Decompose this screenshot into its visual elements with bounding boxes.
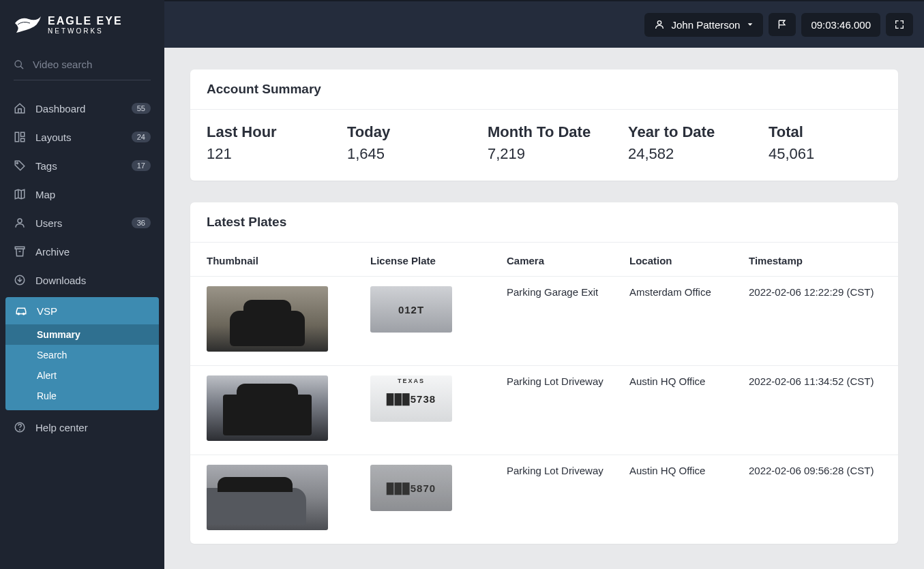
stat-today: Today 1,645 <box>347 123 460 163</box>
plate-text: ███5870 <box>387 482 436 494</box>
sidebar-badge: 24 <box>132 132 151 142</box>
stat-label: Last Hour <box>207 123 320 141</box>
svg-point-15 <box>657 21 661 25</box>
vehicle-thumbnail <box>207 375 328 441</box>
cell-camera: Parking Lot Driveway <box>507 465 629 530</box>
license-plate-thumbnail: 012T <box>370 286 452 333</box>
latest-plates-card: Latest Plates Thumbnail License Plate Ca… <box>190 202 898 544</box>
sidebar-badge: 36 <box>132 217 151 228</box>
col-timestamp: Timestamp <box>749 255 882 266</box>
stat-value: 121 <box>207 145 320 163</box>
license-plate-thumbnail: TEXAS███5738 <box>370 375 452 422</box>
user-icon <box>14 217 26 229</box>
cell-timestamp: 2022-02-06 09:56:28 (CST) <box>749 465 882 530</box>
help-icon <box>14 421 26 433</box>
plate-region: TEXAS <box>398 378 425 384</box>
sidebar-item-label: Help center <box>35 422 88 433</box>
stat-value: 1,645 <box>347 145 460 163</box>
license-plate-thumbnail: ███5870 <box>370 465 452 511</box>
sidebar-item-help[interactable]: Help center <box>0 413 164 442</box>
cell-location: Austin HQ Office <box>629 465 749 530</box>
sidebar-item-label: Map <box>35 189 55 200</box>
sidebar-badge: 55 <box>132 103 151 114</box>
svg-point-8 <box>18 219 22 223</box>
sidebar-item-label: Archive <box>35 246 70 258</box>
svg-rect-4 <box>21 138 25 142</box>
svg-rect-3 <box>21 132 25 136</box>
sidebar-item-downloads[interactable]: Downloads <box>0 266 164 294</box>
sidebar-sub-alert[interactable]: Alert <box>5 365 159 386</box>
user-icon <box>654 19 665 30</box>
sidebar-item-dashboard[interactable]: Dashboard 55 <box>0 94 164 123</box>
table-header: Thumbnail License Plate Camera Location … <box>190 243 898 276</box>
archive-icon <box>14 245 26 258</box>
search-icon <box>14 59 25 70</box>
sidebar-item-archive[interactable]: Archive <box>0 237 164 266</box>
sidebar-sub-rule[interactable]: Rule <box>5 386 159 406</box>
time-display: 09:03:46.000 <box>801 13 880 37</box>
eagle-icon <box>14 12 42 37</box>
map-icon <box>14 188 26 200</box>
svg-line-1 <box>20 66 23 69</box>
layouts-icon <box>14 131 26 143</box>
user-name: John Patterson <box>672 19 741 31</box>
expand-icon <box>894 19 905 30</box>
table-row[interactable]: 012T Parking Garage Exit Amsterdam Offic… <box>190 276 898 365</box>
stat-total: Total 45,061 <box>769 123 882 163</box>
sidebar-item-vsp[interactable]: VSP <box>5 297 159 324</box>
stat-label: Total <box>769 123 882 141</box>
stat-value: 7,219 <box>488 145 601 163</box>
sidebar-item-label: Tags <box>35 160 57 172</box>
sidebar-badge: 17 <box>132 160 151 171</box>
home-icon <box>14 102 26 114</box>
sidebar-group-vsp: VSP Summary Search Alert Rule <box>5 297 159 410</box>
sidebar-item-users[interactable]: Users 36 <box>0 209 164 237</box>
svg-rect-2 <box>15 132 18 142</box>
stat-label: Year to Date <box>628 123 741 141</box>
stat-mtd: Month To Date 7,219 <box>488 123 601 163</box>
sidebar-item-label: Users <box>35 217 62 229</box>
stat-ytd: Year to Date 24,582 <box>628 123 741 163</box>
col-thumbnail: Thumbnail <box>207 255 370 266</box>
vehicle-thumbnail <box>207 465 328 530</box>
sidebar-item-label: Dashboard <box>35 103 85 114</box>
col-camera: Camera <box>507 255 629 266</box>
col-license-plate: License Plate <box>370 255 507 266</box>
sidebar-sub-summary[interactable]: Summary <box>5 324 159 345</box>
cell-camera: Parking Lot Driveway <box>507 375 629 441</box>
table-row[interactable]: TEXAS███5738 Parking Lot Driveway Austin… <box>190 365 898 455</box>
fullscreen-button[interactable] <box>886 13 913 36</box>
stat-last-hour: Last Hour 121 <box>207 123 320 163</box>
brand-line1: EAGLE EYE <box>48 15 123 27</box>
download-icon <box>14 274 26 286</box>
plate-text: 012T <box>398 304 424 316</box>
stat-value: 24,582 <box>628 145 741 163</box>
brand-logo: EAGLE EYE NETWORKS <box>0 12 164 52</box>
topbar: John Patterson 09:03:46.000 <box>164 1 924 48</box>
sidebar-item-label: VSP <box>37 305 57 317</box>
flag-icon <box>777 19 788 30</box>
sidebar-item-layouts[interactable]: Layouts 24 <box>0 123 164 151</box>
table-row[interactable]: ███5870 Parking Lot Driveway Austin HQ O… <box>190 455 898 544</box>
sidebar-item-label: Downloads <box>35 275 86 286</box>
sidebar-sub-search[interactable]: Search <box>5 345 159 365</box>
sidebar-item-map[interactable]: Map <box>0 180 164 209</box>
car-icon <box>15 305 27 317</box>
user-dropdown[interactable]: John Patterson <box>644 13 764 37</box>
svg-point-0 <box>15 61 21 67</box>
flag-button[interactable] <box>769 13 796 36</box>
card-title: Latest Plates <box>190 202 898 243</box>
sidebar-item-tags[interactable]: Tags 17 <box>0 151 164 180</box>
cell-camera: Parking Garage Exit <box>507 286 629 352</box>
video-search-input[interactable] <box>33 59 151 70</box>
brand-line2: NETWORKS <box>48 27 123 35</box>
account-summary-card: Account Summary Last Hour 121 Today 1,64… <box>190 70 898 181</box>
svg-point-14 <box>20 429 20 430</box>
card-title: Account Summary <box>190 70 898 110</box>
cell-timestamp: 2022-02-06 12:22:29 (CST) <box>749 286 882 352</box>
cell-timestamp: 2022-02-06 11:34:52 (CST) <box>749 375 882 441</box>
stat-label: Today <box>347 123 460 141</box>
sidebar-item-label: Layouts <box>35 132 72 143</box>
plate-text: ███5738 <box>387 393 436 405</box>
stat-label: Month To Date <box>488 123 601 141</box>
